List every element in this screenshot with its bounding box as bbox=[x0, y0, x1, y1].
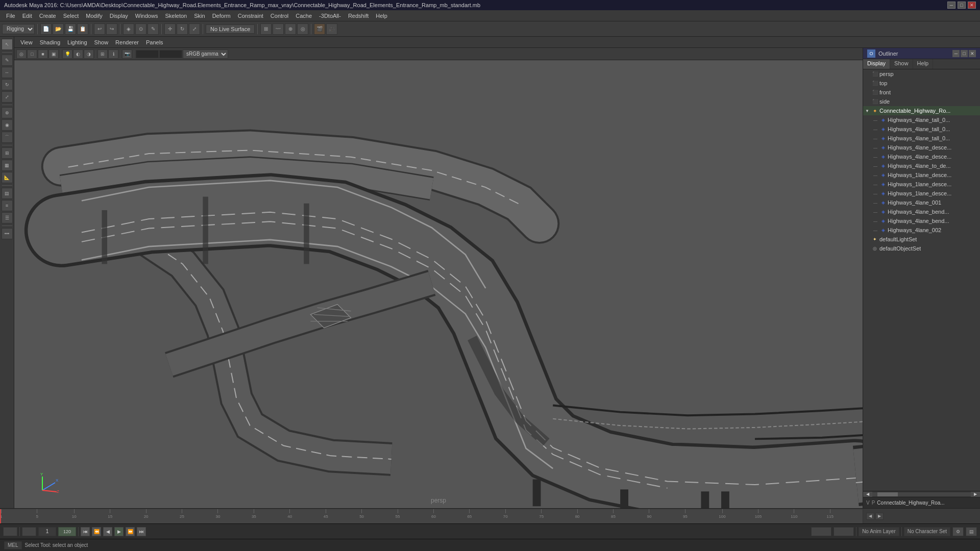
select-button[interactable]: ◈ bbox=[123, 23, 134, 35]
viewport-menu-shading[interactable]: Shading bbox=[37, 38, 63, 46]
gamma-input[interactable]: 1.00 bbox=[159, 50, 182, 58]
outliner-tab-display[interactable]: Display bbox=[863, 59, 890, 69]
viewport-textured-btn[interactable]: ▣ bbox=[48, 49, 59, 59]
measure-button[interactable]: 📐 bbox=[2, 172, 13, 183]
render-button[interactable]: 🎬 bbox=[314, 23, 325, 35]
open-scene-button[interactable]: 📂 bbox=[53, 23, 64, 35]
snap-view-button[interactable]: ◎ bbox=[297, 23, 308, 35]
menu-deform[interactable]: Deform bbox=[209, 12, 234, 20]
go-to-start-button[interactable]: ⏮ bbox=[81, 527, 90, 536]
timeline-scroll-right[interactable]: ▶ bbox=[875, 513, 884, 520]
menu-help[interactable]: Help bbox=[373, 12, 390, 20]
channel-box-button[interactable]: ≡ bbox=[2, 200, 13, 211]
snap-point-button[interactable]: ⊕ bbox=[285, 23, 296, 35]
outliner-item-scene-root[interactable]: ▼ ✦ Connectable_Highway_Ro... bbox=[863, 106, 980, 115]
outliner-item-top[interactable]: ⬛ top bbox=[863, 79, 980, 88]
workspace-dropdown[interactable]: Rigging bbox=[2, 24, 35, 34]
lasso-button[interactable]: ⊙ bbox=[135, 23, 146, 35]
outliner-scroll-right[interactable]: ▶ bbox=[971, 492, 980, 497]
menu-select[interactable]: Select bbox=[60, 12, 82, 20]
anim-layer-button[interactable]: No Anim Layer bbox=[859, 527, 899, 536]
outliner-float-btn[interactable]: □ bbox=[961, 50, 968, 57]
menu-display[interactable]: Display bbox=[107, 12, 131, 20]
start-frame-input[interactable]: 1 bbox=[22, 527, 36, 536]
step-forward-button[interactable]: ⏩ bbox=[126, 527, 135, 536]
go-to-end-button[interactable]: ⏭ bbox=[137, 527, 146, 536]
outliner-item-12[interactable]: — ◈ Highways_4lane_002 bbox=[863, 226, 980, 235]
snap-curve-button[interactable]: 〰 bbox=[273, 23, 284, 35]
misc-button[interactable]: ••• bbox=[2, 228, 13, 239]
viewport-menu-panels[interactable]: Panels bbox=[143, 38, 166, 46]
scale-tool-button[interactable]: ⤢ bbox=[2, 91, 13, 103]
move-button[interactable]: ✛ bbox=[164, 23, 176, 35]
char-set-option-btn[interactable]: ⚙ bbox=[952, 527, 964, 536]
outliner-item-11[interactable]: — ◈ Highways_4lane_bend... bbox=[863, 216, 980, 226]
menu-constraint[interactable]: Constraint bbox=[235, 12, 266, 20]
new-scene-button[interactable]: 📄 bbox=[40, 23, 52, 35]
gamma-select[interactable]: sRGB gamma bbox=[183, 49, 228, 59]
rotate-button[interactable]: ↻ bbox=[177, 23, 188, 35]
character-set-button[interactable]: No Character Set bbox=[904, 527, 950, 536]
menu-3dtoall[interactable]: -3DtoAll- bbox=[316, 12, 344, 20]
save-scene-button[interactable]: 💾 bbox=[65, 23, 76, 35]
viewport-menu-show[interactable]: Show bbox=[91, 38, 112, 46]
menu-edit[interactable]: Edit bbox=[19, 12, 35, 20]
paint-select-button[interactable]: ✎ bbox=[148, 23, 159, 35]
current-frame-input[interactable]: 1 bbox=[3, 527, 17, 536]
max-frame-input[interactable]: 200 bbox=[834, 527, 854, 536]
menu-file[interactable]: File bbox=[3, 12, 18, 20]
outliner-item-persp[interactable]: ⬛ persp bbox=[863, 69, 980, 79]
save-as-button[interactable]: 📋 bbox=[77, 23, 88, 35]
outliner-item-default-obj[interactable]: ◎ defaultObjectSet bbox=[863, 244, 980, 253]
ipr-button[interactable]: 🎥 bbox=[326, 23, 337, 35]
viewport-shadow-btn[interactable]: ◐ bbox=[73, 49, 83, 59]
layers-button[interactable]: ▤ bbox=[2, 188, 13, 199]
minimize-button[interactable]: ─ bbox=[947, 2, 955, 9]
step-back-button[interactable]: ⏪ bbox=[92, 527, 101, 536]
menu-create[interactable]: Create bbox=[36, 12, 59, 20]
menu-modify[interactable]: Modify bbox=[83, 12, 105, 20]
outliner-item-1[interactable]: — ◈ Highways_4lane_tall_0... bbox=[863, 124, 980, 134]
snap-grid-button[interactable]: ⊞ bbox=[260, 23, 272, 35]
outliner-item-2[interactable]: — ◈ Highways_4lane_tall_0... bbox=[863, 134, 980, 143]
viewport-shaded-btn[interactable]: ■ bbox=[38, 49, 48, 59]
range-frame-input[interactable] bbox=[38, 527, 56, 536]
outliner-item-4[interactable]: — ◈ Highways_4lane_desce... bbox=[863, 152, 980, 161]
exposure-input[interactable]: 0.00 bbox=[136, 50, 159, 58]
no-live-surface-button[interactable]: No Live Surface bbox=[206, 24, 255, 34]
scale-button[interactable]: ⤢ bbox=[189, 23, 200, 35]
lasso-tool-button[interactable]: ⌒ bbox=[2, 132, 13, 143]
timeline-playhead[interactable] bbox=[0, 509, 1, 523]
outliner-scrollbar-thumb[interactable] bbox=[877, 492, 898, 496]
outliner-item-front[interactable]: ⬛ front bbox=[863, 88, 980, 97]
redo-button[interactable]: ↪ bbox=[106, 23, 117, 35]
snap-button[interactable]: ⊕ bbox=[2, 107, 13, 118]
viewport-cam-btn[interactable]: 📷 bbox=[122, 49, 132, 59]
viewport-menu-view[interactable]: View bbox=[17, 38, 36, 46]
play-forward-button[interactable]: ▶ bbox=[114, 527, 124, 536]
viewport-menu-lighting[interactable]: Lighting bbox=[64, 38, 90, 46]
soft-select-button[interactable]: ◉ bbox=[2, 119, 13, 131]
grid-tool-button[interactable]: ⊞ bbox=[2, 147, 13, 159]
anim-option-btn[interactable]: ▤ bbox=[966, 527, 977, 536]
viewport-hud-btn[interactable]: ℹ bbox=[108, 49, 118, 59]
outliner-item-9[interactable]: — ◈ Highways_4lane_001 bbox=[863, 198, 980, 207]
menu-skeleton[interactable]: Skeleton bbox=[162, 12, 190, 20]
menu-windows[interactable]: Windows bbox=[132, 12, 161, 20]
attr-editor-button[interactable]: ☰ bbox=[2, 212, 13, 223]
menu-redshift[interactable]: Redshift bbox=[345, 12, 372, 20]
outliner-scrollbar[interactable]: ◀ ▶ bbox=[863, 491, 980, 497]
end-frame-input[interactable]: 120 bbox=[811, 527, 831, 536]
paint-tool-button[interactable]: ✎ bbox=[2, 55, 13, 66]
main-viewport-scene[interactable]: X Y Z persp bbox=[14, 60, 863, 508]
camera-select-btn[interactable]: ◎ bbox=[16, 49, 27, 59]
play-back-button[interactable]: ◀ bbox=[103, 527, 112, 536]
outliner-item-7[interactable]: — ◈ Highways_1lane_desce... bbox=[863, 180, 980, 189]
viewport-wireframe-btn[interactable]: □ bbox=[27, 49, 37, 59]
move-tool-button[interactable]: ↔ bbox=[2, 67, 13, 78]
outliner-min-btn[interactable]: ─ bbox=[952, 50, 960, 57]
outliner-item-10[interactable]: — ◈ Highways_4lane_bend... bbox=[863, 207, 980, 216]
outliner-item-8[interactable]: — ◈ Highways_1lane_desce... bbox=[863, 189, 980, 198]
viewport-grid-btn[interactable]: ⊞ bbox=[97, 49, 108, 59]
outliner-item-side[interactable]: ⬛ side bbox=[863, 97, 980, 106]
